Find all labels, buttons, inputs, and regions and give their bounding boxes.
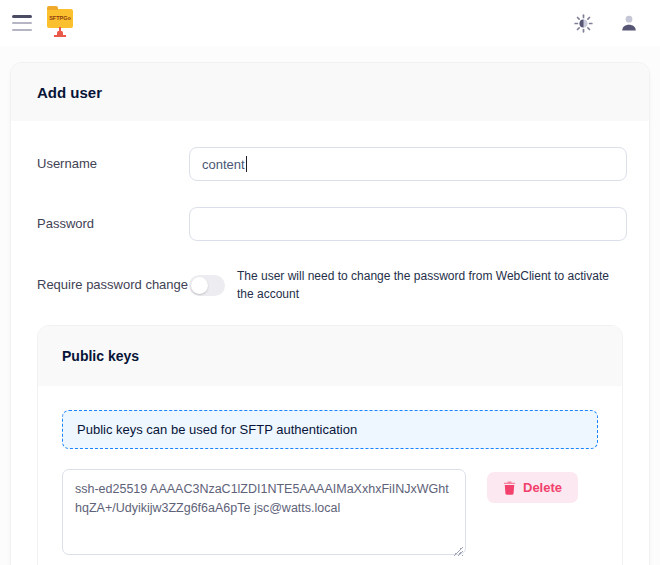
sun-icon (574, 14, 593, 33)
public-key-textarea[interactable]: ssh-ed25519 AAAAC3NzaC1lZDI1NTE5AAAAIMaX… (62, 469, 466, 555)
password-row: Password (37, 207, 627, 241)
top-navbar: SFTPGo (0, 0, 660, 46)
card-header: Add user (11, 63, 649, 121)
require-password-change-row: Require password change The user will ne… (37, 267, 627, 303)
require-password-change-help: The user will need to change the passwor… (237, 267, 615, 303)
folder-icon: SFTPGo (47, 9, 73, 28)
delete-button-label: Delete (523, 480, 562, 495)
logo-label: SFTPGo (49, 16, 71, 22)
add-user-card: Add user Username Password Require passw… (10, 62, 650, 565)
toggle-knob (191, 277, 208, 294)
card-body: Username Password Require password chang… (11, 121, 649, 565)
theme-toggle-button[interactable] (572, 12, 594, 34)
hamburger-menu-icon[interactable] (12, 15, 32, 31)
require-password-change-label: Require password change (37, 277, 189, 294)
public-keys-body: Public keys can be used for SFTP authent… (38, 386, 622, 565)
password-input[interactable] (189, 207, 627, 241)
require-password-change-toggle[interactable] (189, 275, 225, 296)
username-row: Username (37, 147, 627, 181)
page-title: Add user (37, 84, 102, 101)
sftpgo-logo[interactable]: SFTPGo (46, 5, 74, 41)
user-menu-button[interactable] (618, 12, 640, 34)
delete-key-button[interactable]: Delete (487, 472, 578, 503)
public-key-row: ssh-ed25519 AAAAC3NzaC1lZDI1NTE5AAAAIMaX… (62, 469, 598, 559)
trash-icon (503, 481, 516, 495)
public-keys-info-alert: Public keys can be used for SFTP authent… (62, 410, 598, 449)
password-label: Password (37, 207, 189, 233)
public-keys-title: Public keys (62, 348, 139, 364)
public-keys-card: Public keys Public keys can be used for … (37, 325, 623, 565)
username-label: Username (37, 147, 189, 173)
person-icon (620, 14, 638, 32)
network-node-icon (54, 27, 66, 39)
username-input[interactable] (189, 147, 627, 181)
public-keys-header: Public keys (38, 326, 622, 386)
text-cursor (246, 156, 247, 172)
